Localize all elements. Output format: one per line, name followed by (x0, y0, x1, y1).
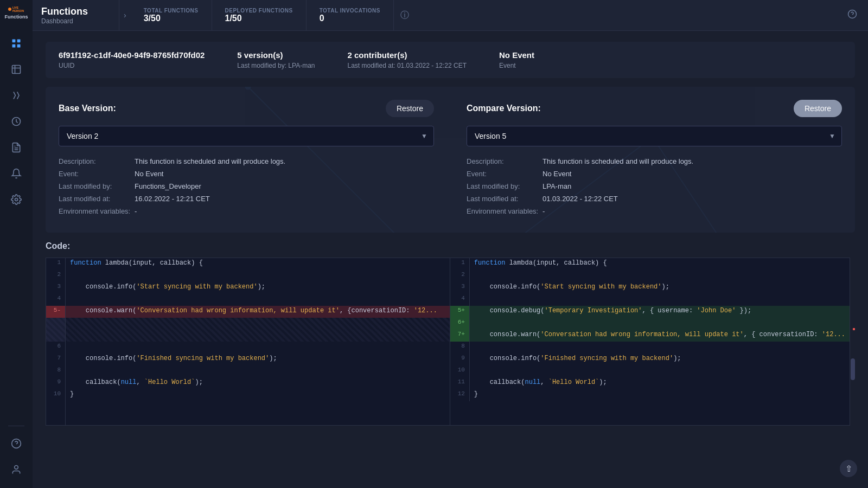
compare-code-line-11: 11 callback(null, `Hello World`); (450, 377, 850, 389)
help-icon[interactable] (847, 9, 857, 21)
sidebar-item-logs[interactable] (7, 138, 26, 157)
info-uuid: 6f91f192-c1df-40e0-94f9-8765fd70fd02 UUI… (59, 50, 205, 69)
svg-rect-4 (17, 40, 21, 43)
compare-code-panel[interactable]: 1 function lambda(input, callback) { 2 3… (450, 258, 850, 426)
function-info-bar: 6f91f192-c1df-40e0-94f9-8765fd70fd02 UUI… (46, 42, 855, 78)
compare-event-val: No Event (542, 170, 571, 178)
svg-rect-5 (12, 44, 16, 48)
diff-scrollbar-thumb (851, 358, 855, 380)
sidebar-item-functions[interactable] (7, 60, 26, 79)
sidebar-item-dashboard[interactable] (7, 34, 26, 53)
base-env-val: - (135, 207, 137, 215)
base-meta-modified-at: Last modified at: 16.02.2022 - 12:21 CET (59, 195, 434, 203)
compare-modified-at-key: Last modified at: (467, 195, 542, 203)
base-meta-event: Event: No Event (59, 170, 434, 178)
base-meta-modified-by: Last modified by: Functions_Developer (59, 182, 434, 190)
base-version-select-wrapper: Version 1 Version 2 Version 3 Version 4 … (59, 126, 434, 146)
base-meta-env: Environment variables: - (59, 207, 434, 215)
compare-version-select-wrapper: Version 1 Version 2 Version 3 Version 4 … (467, 126, 842, 146)
compare-code-line-9: 9 console.info('Finished syncing with my… (450, 354, 850, 365)
diff-scrollbar[interactable] (850, 258, 855, 426)
uuid-value: 6f91f192-c1df-40e0-94f9-8765fd70fd02 (59, 50, 205, 60)
versions-label: Last modified by: LPA-man (237, 62, 315, 69)
base-code-placeholder-1 (46, 318, 450, 330)
sidebar-item-history[interactable] (7, 112, 26, 131)
scroll-to-top-button[interactable]: ⇧ (840, 460, 857, 477)
compare-code-line-4: 4 (450, 294, 850, 306)
base-code-line-9: 9 callback(null, `Hello World`); (46, 377, 450, 389)
svg-text:PERSON: PERSON (12, 9, 24, 12)
base-code-filler-2 (46, 413, 450, 425)
versions-value: 5 version(s) (237, 50, 315, 60)
event-value: No Event (499, 50, 534, 60)
base-version-select[interactable]: Version 1 Version 2 Version 3 Version 4 … (59, 126, 434, 146)
base-code-panel[interactable]: 1 function lambda(input, callback) { 2 3… (46, 258, 450, 426)
stat-deployed-functions: DEPLOYED FUNCTIONS 1/50 (212, 0, 307, 30)
svg-point-10 (15, 198, 18, 201)
compare-meta-modified-at: Last modified at: 01.03.2022 - 12:22 CET (467, 195, 842, 203)
code-panels-wrapper: 1 function lambda(input, callback) { 2 3… (46, 258, 855, 426)
code-section-label: Code: (46, 241, 855, 251)
base-code-placeholder-2 (46, 330, 450, 342)
stat-total-functions-label: TOTAL FUNCTIONS (144, 8, 199, 14)
svg-point-13 (15, 466, 18, 470)
base-version-title: Base Version: (59, 104, 116, 113)
compare-code-line-2: 2 (450, 270, 850, 282)
base-meta-description: Description: This function is scheduled … (59, 157, 434, 165)
sidebar-item-help[interactable] (7, 434, 26, 453)
compare-code-line-12: 12 } (450, 389, 850, 401)
app-title: Functions (41, 6, 108, 17)
info-event: No Event Event (499, 50, 534, 69)
base-version-col: Base Version: Restore Version 1 Version … (59, 100, 434, 220)
stat-deployed-functions-label: DEPLOYED FUNCTIONS (225, 8, 293, 14)
compare-meta-env: Environment variables: - (467, 207, 842, 215)
compare-version-select[interactable]: Version 1 Version 2 Version 3 Version 4 … (467, 126, 842, 146)
topbar-title-section: Functions Dashboard (33, 0, 119, 30)
stat-total-functions-value: 3/50 (144, 14, 199, 23)
stat-total-invocations-value: 0 (320, 14, 380, 23)
base-description-val: This function is scheduled and will prod… (135, 157, 285, 165)
base-version-header: Base Version: Restore (59, 100, 434, 117)
base-code-line-10: 10 } (46, 389, 450, 401)
base-code-line-6: 6 (46, 342, 450, 354)
compare-meta-event: Event: No Event (467, 170, 842, 178)
compare-env-key: Environment variables: (467, 207, 542, 215)
svg-rect-6 (17, 44, 21, 48)
code-section: Code: 1 function lambda(input, callback)… (46, 241, 855, 426)
svg-point-0 (8, 8, 11, 11)
base-code-line-5: 5- console.warn('Conversation had wrong … (46, 306, 450, 318)
compare-meta-description: Description: This function is scheduled … (467, 157, 842, 165)
compare-code-line-8: 8 (450, 342, 850, 354)
compare-version-title: Compare Version: (467, 104, 541, 113)
base-modified-by-key: Last modified by: (59, 182, 135, 190)
sidebar-item-user[interactable] (7, 460, 26, 479)
stat-total-invocations-label: TOTAL INVOCATIONS (320, 8, 380, 14)
diff-scrollbar-marker (853, 328, 855, 330)
base-modified-by-val: Functions_Developer (135, 182, 201, 190)
compare-description-val: This function is scheduled and will prod… (542, 157, 693, 165)
stat-deployed-functions-value: 1/50 (225, 14, 293, 23)
base-code-line-7: 7 console.info('Finished syncing with my… (46, 354, 450, 365)
compare-code-line-7: 7+ console.warn('Conversation had wrong … (450, 330, 850, 342)
base-event-key: Event: (59, 170, 135, 178)
sidebar-item-lambda[interactable] (7, 86, 26, 105)
base-code-line-1: 1 function lambda(input, callback) { (46, 258, 450, 270)
base-event-val: No Event (135, 170, 163, 178)
base-restore-button[interactable]: Restore (386, 100, 434, 117)
compare-code-line-10: 10 (450, 365, 850, 377)
page-subtitle: Dashboard (41, 17, 108, 25)
sidebar-item-settings[interactable] (7, 190, 26, 209)
compare-restore-button[interactable]: Restore (794, 100, 842, 117)
compare-code-line-3: 3 console.info('Start syncing with my ba… (450, 282, 850, 294)
info-icon[interactable]: ⓘ (400, 10, 409, 21)
content-area: 6f91f192-c1df-40e0-94f9-8765fd70fd02 UUI… (33, 31, 868, 488)
base-code-line-3: 3 console.info('Start syncing with my ba… (46, 282, 450, 294)
sidebar-item-alerts[interactable] (7, 164, 26, 183)
compare-code-line-6: 6+ (450, 318, 850, 330)
base-env-key: Environment variables: (59, 207, 135, 215)
compare-version-col: Compare Version: Restore Version 1 Versi… (467, 100, 842, 220)
sidebar: LIVE PERSON Functions (0, 0, 33, 488)
info-contributors: 2 contributer(s) Last modified at: 01.03… (348, 50, 467, 69)
base-code-filler-1 (46, 401, 450, 413)
uuid-label: UUID (59, 62, 205, 69)
